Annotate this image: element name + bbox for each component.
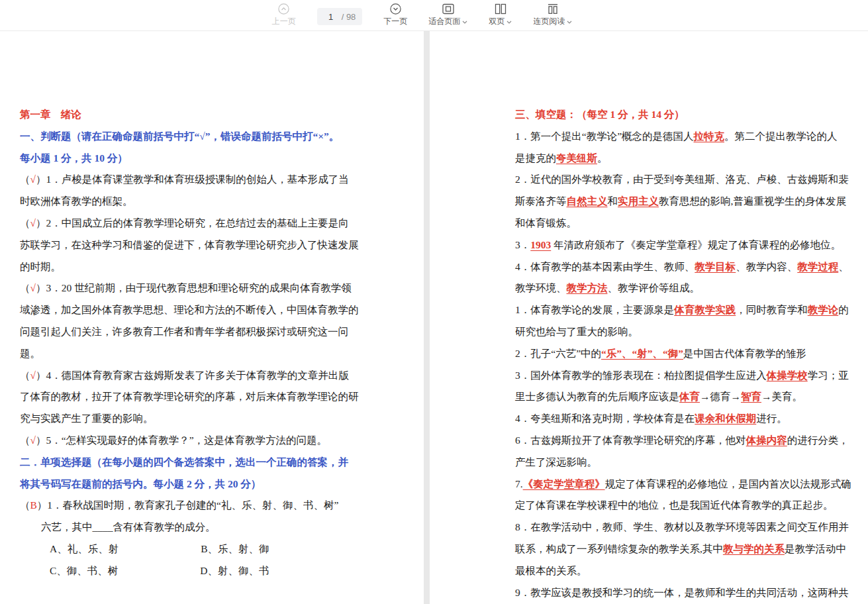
text-line: 教学环境、教学方法、教学评价等组成。 [515, 277, 859, 299]
text-line: 3．1903 年清政府颁布了《奏定学堂章程》规定了体育课程的必修地位。 [515, 234, 859, 256]
text-line: 苏联学习，在这种学习和借鉴的促进下，体育教学理论研究步入了快速发展 [20, 234, 404, 256]
page-left: 第一章 绪论一、判断题（请在正确命题前括号中打“√”，错误命题前括号中打“×”。… [0, 31, 424, 604]
text-line: 最根本的关系。 [515, 560, 859, 582]
pdf-reader-window: 上一页 / 98 下一页 适合页面 [0, 0, 868, 604]
text-line: （√）5．“怎样实现最好的体育教学？”，这是体育教学方法的问题。 [20, 430, 404, 452]
text-line: 了体育的教材，拉开了体育教学理论研究的序幕，对后来体育教学理论的研 [20, 386, 404, 408]
prev-page-button[interactable]: 上一页 [272, 3, 296, 25]
text-line: 斯泰洛齐等自然主义和实用主义教育思想的影响,普遍重视学生的身体发展 [515, 191, 859, 213]
next-page-icon [390, 3, 401, 15]
text-line: 时欧洲体育教学的框架。 [20, 191, 404, 213]
text-line: 问题引起人们关注，许多教育工作者和青年学者都积极探讨或研究这一问 [20, 321, 404, 343]
chevron-down-icon [506, 17, 512, 25]
text-line: （√）1．卢梭是体育课堂教学和体育班级授课制的创始人，基本形成了当 [20, 169, 404, 191]
document-canvas[interactable]: 第一章 绪论一、判断题（请在正确命题前括号中打“√”，错误命题前括号中打“×”。… [0, 31, 868, 604]
text-line: 二．单项选择题（在每小题的四个备选答案中，选出一个正确的答案，并 [20, 452, 404, 474]
text-line: 每小题 1 分，共 10 分） [20, 148, 404, 170]
continuous-reading-icon [547, 3, 559, 15]
text-line: 1．第一个提出“教学论”概念的是德国人拉特克。第二个提出教学论的人 [515, 126, 859, 148]
text-line: 六艺，其中____含有体育教学的成分。 [20, 517, 404, 538]
toolbar-controls: 上一页 / 98 下一页 适合页面 [272, 0, 573, 30]
fit-page-label: 适合页面 [428, 17, 460, 25]
toolbar: 上一页 / 98 下一页 适合页面 [0, 0, 868, 31]
text-line: （√）3．20 世纪前期，由于现代教育思想和理论研究的成果向体育教学领 [20, 277, 404, 299]
text-line: 题。 [20, 343, 404, 365]
text-line: 3．国外体育教学的雏形表现在：柏拉图提倡学生应进入体操学校学习；亚 [515, 365, 859, 387]
text-line: C、御、书、树 D、射、御、书 [20, 560, 404, 582]
text-line: 定了体育课在学校课程中的地位，也是我国近代体育教学的真正起步。 [515, 495, 859, 517]
text-line: 1．体育教学论的发展，主要源泉是体育教学实践，同时教育学和教学论的 [515, 299, 859, 321]
text-line: A、礼、乐、射 B、乐、射、御 [20, 538, 404, 560]
text-line: （√）2．中国成立后的体育教学理论研究，在总结过去的基础上主要是向 [20, 213, 404, 234]
continuous-reading-button[interactable]: 连页阅读 [533, 3, 572, 25]
text-line: 产生了深远影响。 [515, 452, 859, 474]
two-page-view-button[interactable]: 双页 [489, 3, 512, 25]
page-number-input[interactable] [324, 12, 338, 22]
text-line: 研究也给与了重大的影响。 [515, 321, 859, 343]
fit-page-button[interactable]: 适合页面 [428, 3, 467, 25]
text-line: 三、填空题：（每空 1 分，共 14 分） [515, 104, 859, 126]
text-line: 将其号码写在题前的括号内。每小题 2 分，共 20 分） [20, 474, 404, 495]
text-line: 究与实践产生了重要的影响。 [20, 408, 404, 430]
continuous-reading-label: 连页阅读 [533, 17, 565, 25]
chevron-down-icon [462, 17, 467, 25]
two-page-icon [495, 3, 506, 15]
two-page-label: 双页 [489, 17, 505, 25]
text-line: 4．夸美纽斯和洛克时期，学校体育是在课余和休假期进行。 [515, 408, 859, 430]
text-line: 4．体育教学的基本因素由学生、教师、教学目标、教学内容、教学过程、 [515, 256, 859, 278]
text-line: 6．古兹姆斯拉开了体育教学理论研究的序幕，他对体操内容的进行分类， [515, 430, 859, 452]
next-page-button[interactable]: 下一页 [383, 3, 407, 25]
text-line: 2．近代的国外学校教育，由于受到夸美纽斯、洛克、卢梭、古兹姆斯和裴 [515, 169, 859, 191]
prev-page-icon [278, 3, 289, 15]
text-line: 第一章 绪论 [20, 104, 404, 126]
chevron-down-icon [567, 17, 572, 25]
page-total-label: / 98 [342, 12, 356, 22]
page-right: 三、填空题：（每空 1 分，共 14 分）1．第一个提出“教学论”概念的是德国人… [430, 31, 868, 604]
prev-page-label: 上一页 [272, 17, 296, 25]
left-page-text: 第一章 绪论一、判断题（请在正确命题前括号中打“√”，错误命题前括号中打“×”。… [20, 104, 404, 582]
text-line: 联系，构成了一系列错综复杂的教学关系,其中教与学的关系是教学活动中 [515, 538, 859, 560]
right-page-text: 三、填空题：（每空 1 分，共 14 分）1．第一个提出“教学论”概念的是德国人… [515, 104, 859, 603]
text-line: （√）4．德国体育教育家古兹姆斯发表了许多关于体育教学的文章并出版 [20, 365, 404, 387]
text-line: 是捷克的夸美纽斯。 [515, 148, 859, 170]
text-line: 一、判断题（请在正确命题前括号中打“√”，错误命题前括号中打“×”。 [20, 126, 404, 148]
text-line: 8．在教学活动中，教师、学生、教材以及教学环境等因素之间交互作用并 [515, 517, 859, 538]
text-line: 域渗透，加之国外体育教学思想、理论和方法的不断传入，中国体育教学的 [20, 299, 404, 321]
text-line: 2．孔子“六艺”中的“乐”、“射”、“御”是中国古代体育教学的雏形 [515, 343, 859, 365]
text-line: 的时期。 [20, 256, 404, 278]
page-number-box: / 98 [317, 8, 363, 25]
text-line: 里士多德认为教育的先后顺序应该是体育→德育→智育→美育。 [515, 386, 859, 408]
text-line: 7.《奏定学堂章程》规定了体育课程的必修地位，是国内首次以法规形式确 [515, 474, 859, 495]
fit-page-icon [442, 3, 454, 15]
text-line: （B）1．春秋战国时期，教育家孔子创建的“礼、乐、射、御、书、树” [20, 495, 404, 517]
text-line: 9．教学应该是教授和学习的统一体，是教师和学生的共同活动，这两种共 [515, 582, 859, 604]
text-line: 和体育锻炼。 [515, 213, 859, 234]
next-page-label: 下一页 [383, 17, 407, 25]
